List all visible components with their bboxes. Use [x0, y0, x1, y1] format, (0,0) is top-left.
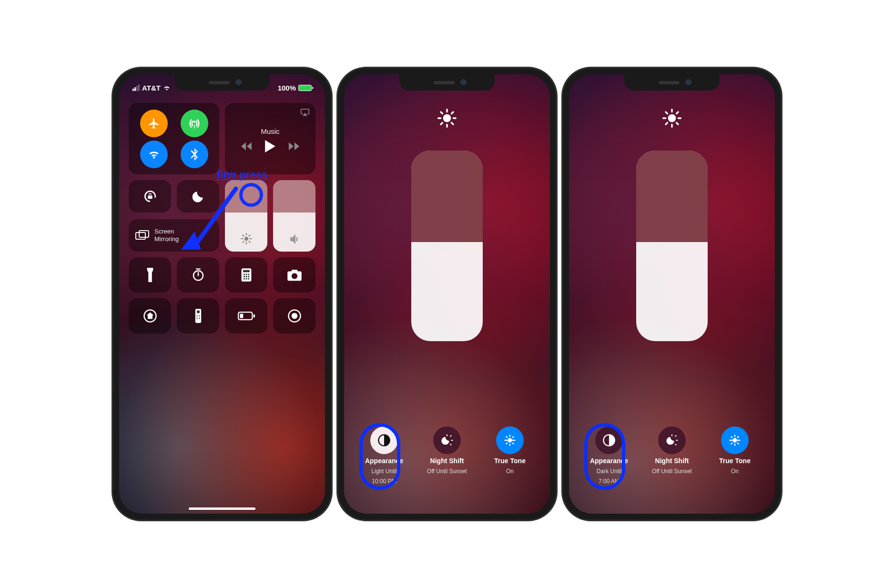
- carrier-label: AT&T: [142, 84, 161, 92]
- flashlight-button[interactable]: [129, 257, 171, 293]
- svg-line-45: [452, 123, 454, 125]
- svg-line-84: [738, 436, 739, 437]
- svg-point-16: [243, 274, 244, 275]
- night-shift-sub: Off Until Sunset: [652, 468, 692, 475]
- svg-point-31: [199, 318, 200, 319]
- volume-fill: [273, 180, 315, 213]
- brightness-slider-large[interactable]: [636, 151, 708, 341]
- brightness-fill: [411, 151, 483, 242]
- true-tone-title: True Tone: [719, 457, 751, 466]
- home-indicator[interactable]: [189, 507, 255, 510]
- svg-point-17: [245, 274, 247, 275]
- timer-button[interactable]: [177, 257, 219, 293]
- svg-line-74: [675, 436, 676, 436]
- annotation-circle: [239, 183, 263, 207]
- screen-record-button[interactable]: [273, 298, 315, 334]
- battery-pct: 100%: [278, 84, 296, 92]
- notch: [624, 74, 720, 91]
- svg-point-76: [732, 438, 737, 442]
- signal-bars-icon: [132, 84, 140, 91]
- next-track-icon[interactable]: [289, 142, 299, 151]
- battery-icon: [298, 85, 312, 91]
- home-button[interactable]: [129, 298, 171, 334]
- notch: [174, 74, 270, 91]
- svg-line-37: [195, 189, 236, 245]
- wifi-icon: [148, 148, 160, 161]
- camera-button[interactable]: [273, 257, 315, 293]
- media-controls[interactable]: Music: [225, 103, 315, 174]
- volume-slider[interactable]: [273, 180, 315, 252]
- svg-rect-1: [139, 231, 149, 237]
- control-center: Music Screen Mirroring: [129, 103, 315, 504]
- svg-rect-0: [136, 233, 145, 239]
- airplane-icon: [148, 117, 160, 130]
- brightness-fill: [636, 151, 708, 242]
- true-tone-icon: [496, 426, 524, 454]
- night-shift-icon: [658, 426, 686, 454]
- night-shift-sub: Off Until Sunset: [427, 468, 467, 475]
- notch: [399, 74, 495, 91]
- svg-point-53: [508, 438, 512, 442]
- svg-point-20: [245, 276, 247, 277]
- battery-low-icon: [238, 311, 255, 321]
- home-icon: [143, 309, 157, 323]
- svg-line-51: [450, 436, 451, 436]
- night-shift-title: Night Shift: [430, 457, 464, 466]
- phone-mockup-3: Appearance Dark Until 7:00 AM Night Shif…: [562, 68, 782, 520]
- svg-point-36: [291, 313, 297, 319]
- svg-point-21: [248, 276, 249, 277]
- bluetooth-icon: [189, 148, 200, 161]
- night-shift-title: Night Shift: [655, 457, 689, 466]
- connectivity-group[interactable]: [129, 103, 219, 174]
- annotation-circle: [359, 423, 400, 490]
- flashlight-icon: [145, 268, 155, 282]
- brightness-slider-large[interactable]: [411, 151, 483, 341]
- svg-line-69: [666, 123, 668, 125]
- wifi-toggle[interactable]: [140, 141, 168, 168]
- svg-rect-33: [253, 314, 254, 318]
- svg-line-60: [506, 443, 507, 444]
- svg-point-27: [196, 310, 199, 313]
- airplay-icon: [300, 108, 310, 116]
- svg-point-29: [199, 315, 200, 316]
- true-tone-button[interactable]: True Tone On: [706, 426, 763, 486]
- camera-icon: [287, 269, 302, 281]
- night-shift-button[interactable]: Night Shift Off Until Sunset: [643, 426, 701, 486]
- svg-line-83: [731, 443, 732, 444]
- svg-line-75: [675, 444, 676, 445]
- cellular-data-toggle[interactable]: [181, 110, 208, 137]
- svg-line-52: [450, 444, 451, 445]
- bluetooth-toggle[interactable]: [181, 141, 208, 168]
- calculator-icon: [241, 268, 252, 282]
- svg-rect-15: [243, 270, 250, 273]
- speaker-icon: [288, 233, 301, 245]
- screen: Appearance Light Until 10:00 PM Night Sh…: [344, 74, 550, 514]
- calculator-button[interactable]: [225, 257, 267, 293]
- low-power-mode-button[interactable]: [225, 298, 267, 334]
- screen-mirroring-icon: [135, 230, 150, 241]
- orientation-lock-toggle[interactable]: [129, 180, 171, 213]
- svg-point-23: [245, 278, 247, 279]
- svg-line-82: [738, 443, 739, 444]
- svg-point-24: [248, 278, 249, 279]
- true-tone-button[interactable]: True Tone On: [481, 426, 538, 486]
- annotation-circle: [584, 423, 625, 490]
- svg-line-46: [441, 123, 443, 125]
- media-label: Music: [261, 127, 279, 135]
- play-icon[interactable]: [265, 140, 275, 152]
- svg-line-68: [677, 123, 679, 125]
- airplane-mode-toggle[interactable]: [140, 110, 168, 137]
- night-shift-button[interactable]: Night Shift Off Until Sunset: [418, 426, 476, 486]
- svg-line-67: [666, 112, 668, 114]
- svg-line-81: [731, 436, 732, 437]
- phone-mockup-2: Appearance Light Until 10:00 PM Night Sh…: [337, 68, 557, 520]
- prev-track-icon[interactable]: [241, 142, 252, 151]
- antenna-icon: [188, 117, 201, 130]
- svg-line-58: [506, 436, 507, 437]
- svg-rect-34: [240, 314, 243, 318]
- svg-point-19: [243, 276, 244, 277]
- screen: AT&T 100%: [119, 74, 325, 514]
- svg-point-30: [196, 318, 197, 319]
- apple-tv-remote-button[interactable]: [177, 298, 219, 334]
- phone-mockup-1: AT&T 100%: [112, 68, 332, 520]
